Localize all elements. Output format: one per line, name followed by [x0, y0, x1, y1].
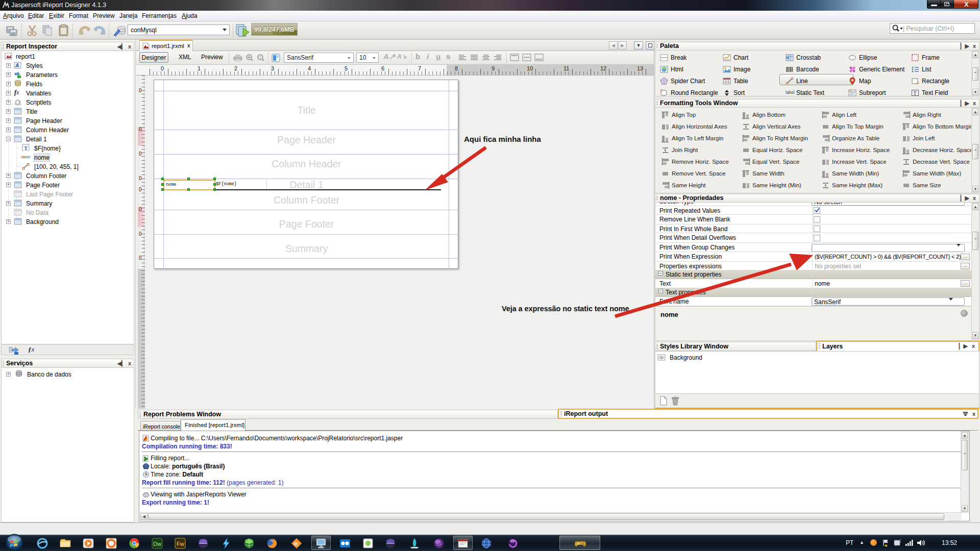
svg-text:T: T	[24, 145, 28, 151]
svg-text:+: +	[248, 55, 251, 60]
svg-text:Dw: Dw	[153, 541, 161, 547]
svg-text:A: A	[15, 63, 19, 68]
svg-text:T: T	[914, 90, 917, 96]
svg-text:iE: iE	[294, 541, 299, 546]
svg-text:Fw: Fw	[177, 541, 184, 547]
